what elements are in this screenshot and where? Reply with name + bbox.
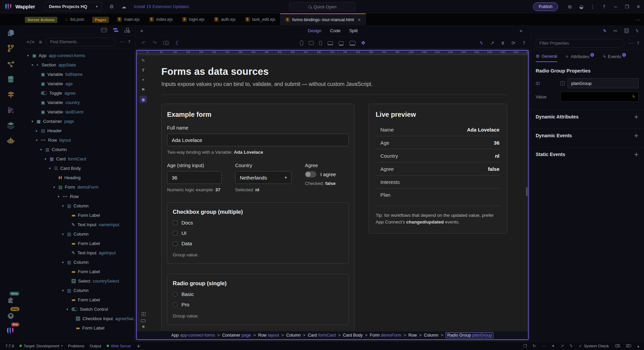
tree-help-icon[interactable]: ?	[128, 39, 130, 44]
props-section-dynamic-events[interactable]: Dynamic Events+	[530, 129, 644, 142]
add-dynamic-attributes-icon[interactable]: +	[634, 113, 639, 120]
tree-item-app[interactable]: ▾▣Appapp-connect-forms	[21, 51, 135, 60]
tree-expand-icon[interactable]: ▾	[57, 195, 60, 198]
layers-icon[interactable]	[0, 118, 21, 133]
tree-expand-icon[interactable]: ▾	[26, 54, 30, 57]
sparkle-icon[interactable]: ✦	[551, 344, 555, 348]
experimental-gear-icon[interactable]: Exp	[0, 308, 21, 323]
add-static-events-icon[interactable]: +	[634, 151, 639, 158]
checkbox-option-docs[interactable]: Docs	[173, 220, 343, 226]
breadcrumb-item-column[interactable]: Column	[424, 333, 438, 338]
scissors-icon[interactable]: ✂	[613, 28, 618, 34]
export-icon[interactable]: ↗	[560, 344, 564, 348]
ai-robot-icon[interactable]	[101, 28, 107, 32]
tree-item-form-label[interactable]: ▬Form Label	[21, 239, 135, 248]
tree-expand-icon[interactable]: ▸	[35, 129, 39, 133]
value-input[interactable]: ϟ	[560, 92, 639, 102]
tree-item-select[interactable]: ▾SelectcountrySelect	[21, 276, 135, 286]
radio-option-basic[interactable]: Basic	[173, 291, 343, 297]
tree-item-text-input[interactable]: ✎Text InputnameInput	[21, 220, 135, 229]
checkbox-option-ui[interactable]: UI	[173, 230, 343, 236]
split-panel-icon[interactable]: ⧉	[564, 4, 576, 10]
components-icon[interactable]: ⧈	[39, 39, 42, 45]
install-updates-link[interactable]: Install 15 Extension Updates	[134, 4, 189, 9]
publish-button[interactable]: Publish	[533, 2, 558, 11]
checkbox-option-data[interactable]: Data	[173, 241, 343, 246]
dynamic-data-bolt-icon[interactable]: ϟ	[480, 40, 483, 46]
tree-item-column[interactable]: ▾▥Column	[21, 286, 135, 295]
styles-icon[interactable]	[0, 102, 21, 118]
radio-option-control[interactable]	[173, 292, 177, 297]
trash-icon[interactable]: ⌦	[626, 344, 632, 348]
tab-design[interactable]: Design	[308, 28, 321, 33]
tree-expand-icon[interactable]: ▾	[48, 166, 52, 170]
collapse-bar-icon[interactable]: ▴	[637, 344, 639, 348]
tree-item-form-label[interactable]: ▬Form Label	[21, 323, 135, 333]
beta-puzzle-icon[interactable]: Beta	[0, 292, 21, 308]
dynamic-value-bolt-icon[interactable]: ϟ	[632, 94, 635, 99]
clean-icon[interactable]: ⌫	[614, 344, 620, 348]
output-button[interactable]: Output	[90, 344, 101, 348]
tree-item-switch-control[interactable]: ▾Switch Control	[21, 304, 135, 314]
git-icon[interactable]	[0, 41, 21, 56]
add-dynamic-events-icon[interactable]: +	[634, 132, 639, 139]
project-selector[interactable]: Demo Projects HQ ▾	[45, 2, 102, 11]
dark-mode-moon-icon[interactable]: ☾	[175, 40, 180, 46]
checkbox-option-control[interactable]	[173, 241, 177, 246]
minimize-icon[interactable]: −	[610, 4, 621, 9]
agree-toggle[interactable]	[305, 171, 316, 178]
props-section-static-events[interactable]: Static Events+	[530, 147, 644, 161]
laptop-device-icon[interactable]	[328, 41, 333, 45]
breadcrumb-item-container[interactable]: Containerpage	[222, 333, 251, 338]
tree-item-container[interactable]: ▾■Containerpage	[21, 116, 135, 126]
redo-icon[interactable]: ↷	[153, 40, 157, 46]
refresh-icon[interactable]: ⟳	[512, 40, 516, 46]
props-tab-general[interactable]: ⚙General	[536, 54, 557, 62]
find-elements-input[interactable]	[46, 38, 116, 46]
id-input[interactable]: planGroup	[568, 78, 639, 88]
theme-droplet-icon[interactable]: ◒	[576, 4, 587, 9]
full-name-input[interactable]: Ada Lovelace	[167, 134, 349, 146]
tree-item-card[interactable]: ▾▦CardformCard	[21, 154, 135, 163]
tree-expand-icon[interactable]: ▾	[31, 63, 34, 67]
brush-icon[interactable]: ✎	[570, 344, 573, 348]
css-icon[interactable]: 3	[624, 28, 629, 33]
tree-expand-icon[interactable]: ▾	[61, 260, 65, 264]
breadcrumb-item-row[interactable]: Row	[409, 333, 417, 338]
tree-expand-icon[interactable]: ▾	[61, 289, 65, 292]
canvas-help-icon[interactable]: ?	[523, 40, 525, 46]
tree-item-form-label[interactable]: ▬Form Label	[21, 295, 135, 304]
tree-expand-icon[interactable]: ▾	[44, 157, 47, 161]
tree-item-column[interactable]: ▾▥Column	[21, 229, 135, 239]
radio-option-control[interactable]	[173, 302, 177, 307]
quick-open-search[interactable]: Quick Open	[289, 2, 356, 11]
tree-item-section[interactable]: ▾»SectionappState	[21, 60, 135, 69]
tree-expand-icon[interactable]: ▾	[61, 204, 65, 208]
tab-main.ejs[interactable]: 5main.ejs	[112, 13, 145, 25]
desktop-device-icon[interactable]	[339, 41, 344, 45]
tree-item-text-input[interactable]: ✎Text InputageInput	[21, 248, 135, 257]
undo-icon[interactable]: ↶	[142, 40, 146, 46]
tab-list.json[interactable]: ∴list.json	[61, 13, 89, 25]
breadcrumb-item-column[interactable]: Column	[286, 333, 301, 338]
checkbox-option-control[interactable]	[173, 220, 177, 225]
restore-icon[interactable]: ❐	[621, 4, 633, 9]
web-server-button[interactable]: Web Server	[107, 344, 131, 348]
tree-item-variable[interactable]: ▣Variablecountry	[21, 98, 135, 107]
breadcrumb-item-row[interactable]: Rowlayout	[258, 333, 279, 338]
tree-expand-icon[interactable]: ▾	[65, 307, 69, 311]
tab-task_edit.ejs[interactable]: 5task_edit.ejs	[240, 13, 280, 25]
props-section-dynamic-attributes[interactable]: Dynamic Attributes+	[530, 110, 644, 123]
tv-device-icon[interactable]	[350, 41, 356, 45]
screenshot-camera-icon[interactable]	[163, 41, 169, 45]
status-more-icon[interactable]: ⋯	[542, 344, 546, 348]
filter-properties-input[interactable]	[535, 39, 625, 48]
tree-item-heading[interactable]: HHeading	[21, 173, 135, 182]
tree-item-column[interactable]: ▾▥Column	[21, 201, 135, 210]
open-browser-icon[interactable]: ↗	[490, 40, 494, 46]
tree-expand-icon[interactable]: ▾	[31, 119, 34, 123]
tree-item-row[interactable]: ▾•••Rowlayout	[21, 135, 135, 145]
tab-forms-bindings--tour-manual.html[interactable]: 5forms-bindings--tour-manual.html×	[280, 13, 366, 25]
breadcrumb-item-radio-group[interactable]: Radio GroupplanGroup	[445, 332, 493, 338]
tab-overflow-icon[interactable]: ⋯	[636, 17, 641, 22]
